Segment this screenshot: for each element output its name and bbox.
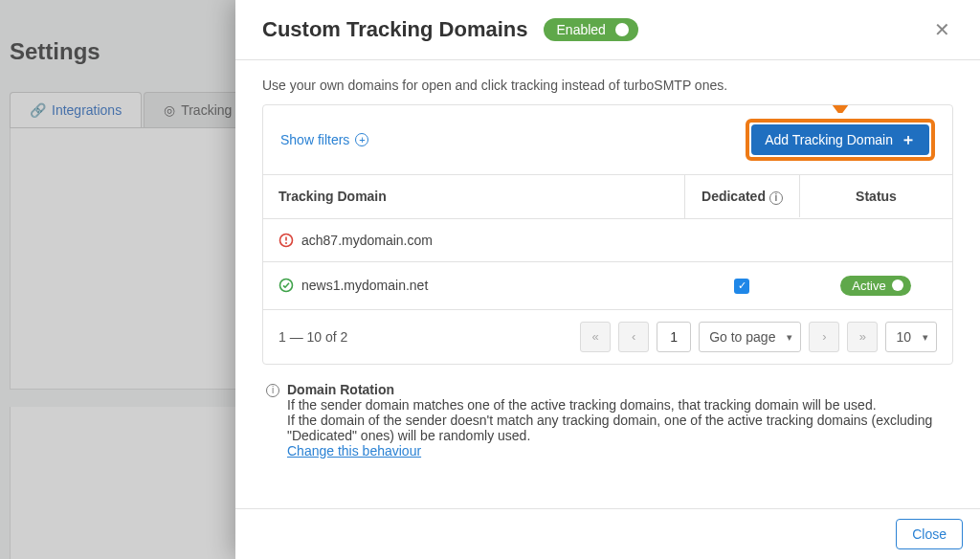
plus-circle-icon: + [355,133,368,146]
show-filters-label: Show filters [280,132,349,147]
table-row[interactable]: ach87.mydomain.com [263,219,952,262]
page-size-label: 10 [896,329,911,345]
intro-text: Use your own domains for open and click … [262,78,953,93]
modal-footer: Close [235,508,980,559]
note-title: Domain Rotation [287,382,394,397]
modal-title: Custom Tracking Domains [262,17,528,42]
plus-icon: ＋ [901,132,916,147]
custom-tracking-domains-modal: Custom Tracking Domains Enabled ✕ Use yo… [235,0,980,559]
domains-table: Show filters + Add Tracking Domain ＋ Tra… [262,104,953,365]
add-button-label: Add Tracking Domain [765,132,893,147]
info-icon[interactable]: i [769,191,783,205]
feature-enabled-toggle[interactable]: Enabled [544,18,638,41]
filter-row: Show filters + Add Tracking Domain ＋ [263,105,952,175]
active-label: Active [852,279,885,293]
show-filters-link[interactable]: Show filters + [280,132,368,147]
note-line: If the sender domain matches one of the … [287,397,877,413]
pager-size-select[interactable]: 10 ▾ [885,322,937,352]
active-toggle[interactable]: Active [840,276,910,296]
dedicated-cell: ✓ [684,263,799,307]
dedicated-cell [684,227,799,254]
status-cell [799,227,952,254]
chevron-down-icon: ▾ [923,330,928,343]
add-button-highlight: Add Tracking Domain ＋ [746,119,935,161]
svg-point-2 [285,242,287,244]
chevron-down-icon: ▾ [787,330,792,343]
pager-first-button[interactable]: « [580,322,611,352]
domain-cell: news1.mydomain.net [263,264,684,306]
close-button[interactable]: Close [896,519,963,549]
add-tracking-domain-button[interactable]: Add Tracking Domain ＋ [751,124,929,155]
pager-next-button[interactable]: › [809,322,839,352]
modal-header: Custom Tracking Domains Enabled ✕ [235,0,980,60]
change-behaviour-link[interactable]: Change this behaviour [287,443,421,458]
col-status: Status [799,175,952,217]
pagination: 1 — 10 of 2 « ‹ Go to page ▾ › » 10 ▾ [263,310,952,364]
pill-label: Enabled [557,22,606,37]
table-header: Tracking Domain Dedicatedi Status [263,175,952,219]
domain-text: ach87.mydomain.com [301,233,433,248]
note-body: Domain Rotation If the sender domain mat… [287,382,953,458]
toggle-knob-icon [615,23,629,36]
modal-body: Use your own domains for open and click … [235,60,980,508]
domain-text: news1.mydomain.net [301,278,428,293]
toggle-knob-icon [892,280,903,291]
table-row[interactable]: news1.mydomain.net ✓ Active [263,262,952,310]
check-circle-icon [278,278,294,293]
pager-page-input[interactable] [657,322,691,352]
col-domain: Tracking Domain [263,175,684,217]
status-cell: Active [799,262,952,309]
pager-last-button[interactable]: » [847,322,878,352]
close-icon[interactable]: ✕ [930,18,953,41]
col-dedicated: Dedicatedi [684,175,799,218]
pager-goto-select[interactable]: Go to page ▾ [699,322,801,352]
domain-cell: ach87.mydomain.com [263,219,684,261]
arrow-down-icon [826,104,855,113]
pager-prev-button[interactable]: ‹ [618,322,649,352]
note-line: If the domain of the sender doesn't matc… [287,413,932,443]
domain-rotation-note: i Domain Rotation If the sender domain m… [262,382,953,458]
dedicated-checkbox[interactable]: ✓ [734,279,749,294]
pager-count: 1 — 10 of 2 [278,329,347,345]
goto-label: Go to page [709,329,775,345]
error-icon [278,233,294,248]
info-icon: i [266,384,279,397]
